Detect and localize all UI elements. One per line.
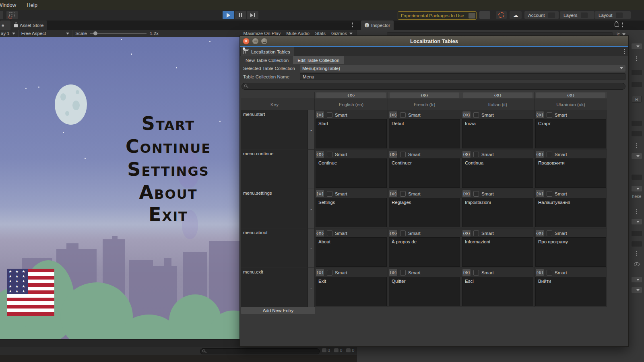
smart-format-button[interactable]: {⚙}: [389, 111, 398, 119]
translation-text[interactable]: Réglages: [389, 198, 460, 227]
locale-settings-button[interactable]: {⚙}: [536, 93, 606, 98]
smart-checkbox[interactable]: [473, 270, 479, 276]
scale-slider[interactable]: [90, 33, 147, 34]
smart-checkbox[interactable]: [473, 112, 479, 118]
translation-text[interactable]: Settings: [316, 198, 387, 227]
smart-format-button[interactable]: {⚙}: [462, 229, 471, 237]
field-stub-input[interactable]: [632, 121, 642, 126]
smart-format-button[interactable]: {⚙}: [535, 150, 544, 158]
menu-icon[interactable]: [636, 251, 638, 256]
smart-format-button[interactable]: {⚙}: [316, 269, 324, 276]
tab-game-partial[interactable]: e: [0, 21, 10, 30]
smart-checkbox[interactable]: [400, 112, 406, 118]
game-menu-item-start[interactable]: Start: [142, 113, 195, 134]
smart-checkbox[interactable]: [547, 270, 552, 276]
tab-asset-store[interactable]: Asset Store: [10, 21, 47, 30]
menu-icon[interactable]: [636, 209, 638, 214]
localization-tables-tab[interactable]: Localization Tables: [241, 47, 294, 56]
cloud-button[interactable]: ☁: [510, 11, 522, 19]
scale-slider-knob[interactable]: [93, 31, 97, 35]
new-table-collection-button[interactable]: New Table Collection: [241, 56, 293, 64]
game-menu-item-continue[interactable]: Continue: [126, 136, 211, 157]
field-stub-input[interactable]: [632, 82, 642, 87]
game-menu-item-about[interactable]: About: [139, 181, 197, 203]
step-button[interactable]: [247, 11, 258, 19]
aspect-dropdown[interactable]: Free Aspect: [21, 31, 46, 36]
translation-text[interactable]: Continue: [316, 158, 387, 188]
key-cell[interactable]: menu.exit: [241, 268, 308, 307]
translation-text[interactable]: Début: [389, 119, 460, 148]
smart-format-button[interactable]: {⚙}: [316, 150, 324, 158]
smart-format-button[interactable]: {⚙}: [462, 150, 471, 158]
smart-format-button[interactable]: {⚙}: [535, 269, 544, 276]
add-new-entry-button[interactable]: Add New Entry: [241, 307, 315, 314]
dropdown-stub-button[interactable]: [632, 287, 642, 293]
experimental-packages-warning[interactable]: Experimental Packages In Use: [398, 11, 477, 20]
smart-format-button[interactable]: {⚙}: [316, 111, 324, 119]
table-search-input[interactable]: [242, 83, 625, 90]
smart-format-button[interactable]: {⚙}: [462, 269, 471, 276]
game-menu-item-exit[interactable]: Exit: [149, 204, 188, 225]
smart-format-button[interactable]: {⚙}: [389, 150, 398, 158]
row-handle[interactable]: -: [310, 247, 312, 250]
translation-text[interactable]: Вийти: [535, 277, 606, 306]
dropdown-stub-button[interactable]: [632, 43, 642, 49]
layers-dropdown[interactable]: Layers: [560, 11, 594, 19]
key-cell[interactable]: menu.settings: [241, 189, 308, 228]
field-stub-input[interactable]: [632, 70, 642, 75]
account-dropdown[interactable]: Account: [524, 11, 559, 19]
smart-format-button[interactable]: {⚙}: [316, 190, 324, 197]
translation-text[interactable]: Налаштування: [535, 198, 606, 227]
layout-dropdown[interactable]: Layout: [595, 11, 631, 19]
translation-text[interactable]: Inizia: [462, 119, 533, 148]
collection-name-input[interactable]: Menu: [300, 73, 625, 80]
smart-checkbox[interactable]: [547, 230, 552, 236]
minimize-button[interactable]: [252, 38, 258, 44]
inspector-menu-icon[interactable]: [622, 23, 623, 27]
smart-checkbox[interactable]: [473, 191, 479, 197]
smart-checkbox[interactable]: [327, 270, 332, 276]
row-handle[interactable]: -: [310, 286, 312, 289]
translation-text[interactable]: Продовжити: [535, 158, 606, 188]
pause-button[interactable]: [235, 11, 246, 19]
smart-format-button[interactable]: {⚙}: [389, 269, 398, 276]
menu-icon[interactable]: [636, 143, 638, 148]
r-button[interactable]: R: [632, 96, 642, 103]
translation-text[interactable]: Informazioni: [462, 237, 533, 267]
selected-collection-dropdown[interactable]: Menu(StringTable): [300, 65, 625, 72]
dropdown-stub-button[interactable]: [632, 186, 642, 191]
eye-icon[interactable]: [634, 262, 640, 266]
game-menu-item-settings[interactable]: Settings: [127, 158, 209, 180]
tab-inspector[interactable]: i Inspector: [361, 21, 394, 30]
window-menu-icon[interactable]: [624, 49, 625, 54]
smart-checkbox[interactable]: [473, 152, 479, 157]
tool-button-partial[interactable]: [0, 11, 3, 19]
menu-help[interactable]: Help: [27, 2, 37, 8]
translation-text[interactable]: Continua: [462, 158, 533, 188]
edit-table-collection-button[interactable]: Edit Table Collection: [293, 56, 344, 64]
field-stub-input[interactable]: [632, 131, 642, 136]
key-cell[interactable]: menu.continue: [241, 150, 308, 189]
smart-checkbox[interactable]: [547, 191, 552, 197]
translation-text[interactable]: Quitter: [389, 277, 460, 306]
locale-settings-button[interactable]: {⚙}: [316, 93, 386, 98]
row-handle[interactable]: -: [310, 207, 312, 210]
smart-checkbox[interactable]: [473, 230, 479, 236]
translation-text[interactable]: Старт: [535, 119, 606, 148]
lock-icon[interactable]: [615, 23, 619, 27]
field-stub-input[interactable]: [632, 231, 642, 236]
window-title-bar[interactable]: × Localization Tables: [240, 36, 628, 47]
smart-checkbox[interactable]: [547, 152, 552, 157]
smart-checkbox[interactable]: [400, 191, 406, 197]
translation-text[interactable]: Про програму: [535, 237, 606, 267]
smart-format-button[interactable]: {⚙}: [389, 190, 398, 197]
console-filter-error[interactable]: 0: [346, 348, 354, 353]
smart-checkbox[interactable]: [327, 112, 332, 118]
smart-checkbox[interactable]: [327, 152, 332, 157]
console-search-input[interactable]: [200, 348, 320, 354]
collab-button[interactable]: [496, 11, 507, 19]
translation-text[interactable]: About: [316, 237, 387, 267]
smart-format-button[interactable]: {⚙}: [535, 229, 544, 237]
locale-settings-button[interactable]: {⚙}: [390, 93, 460, 98]
services-button[interactable]: [479, 11, 490, 19]
